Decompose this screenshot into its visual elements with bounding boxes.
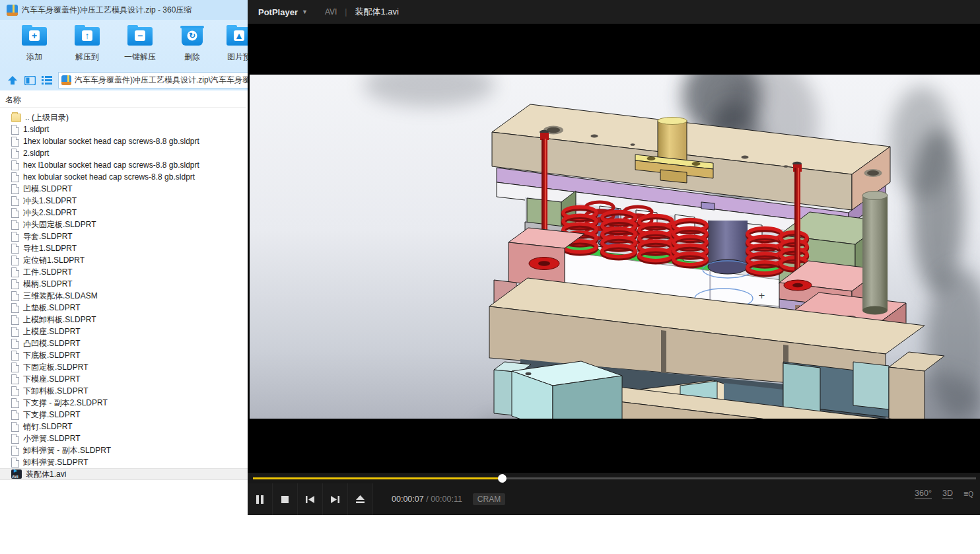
- list-view-button[interactable]: [38, 73, 55, 88]
- file-name: 定位销1.SLDPRT: [23, 255, 85, 266]
- file-name: 三维装配体.SLDASM: [23, 291, 98, 302]
- time-total: 00:00:11: [431, 495, 462, 504]
- add-button[interactable]: +添加: [11, 25, 58, 63]
- file-name: 下底板.SLDPRT: [23, 350, 80, 361]
- potplayer-titlebar[interactable]: PotPlayer ▼ AVI | 装配体1.avi: [248, 0, 980, 24]
- title-separator: |: [345, 7, 347, 17]
- list-header[interactable]: 名称: [0, 90, 246, 108]
- list-item-parent-dir[interactable]: .. (上级目录): [0, 112, 248, 123]
- right-controls: 360° 3D ≡Q: [915, 489, 973, 499]
- document-icon: [11, 149, 19, 158]
- file-name: 模柄.SLDPRT: [23, 279, 72, 290]
- address-input[interactable]: 汽车车身覆盖件)冲压工艺模具设计.zip\汽车车身覆: [58, 72, 248, 88]
- list-item[interactable]: 1hex lobular socket head cap screws-8.8 …: [0, 135, 248, 147]
- document-icon: [11, 398, 19, 408]
- seek-bar[interactable]: [248, 473, 980, 483]
- list-item[interactable]: 下底板.SLDPRT: [0, 349, 248, 361]
- list-item[interactable]: 凹模.SLDPRT: [0, 183, 248, 195]
- archive-titlebar[interactable]: 汽车车身覆盖件)冲压工艺模具设计.zip - 360压缩: [0, 0, 248, 20]
- file-name: 上模座.SLDPRT: [23, 326, 80, 337]
- image-preview-button[interactable]: ▲图片预: [215, 25, 248, 63]
- file-name: 小弹簧.SLDPRT: [23, 433, 80, 444]
- document-icon: [11, 315, 19, 325]
- document-icon: [11, 303, 19, 313]
- file-name: 凸凹模.SLDPRT: [23, 338, 80, 349]
- potplayer-window: PotPlayer ▼ AVI | 装配体1.avi: [248, 0, 980, 515]
- file-name: 冲头2.SLDPRT: [23, 207, 77, 219]
- list-item[interactable]: 导柱1.SLDPRT: [0, 242, 248, 254]
- document-icon: [11, 458, 19, 467]
- list-item[interactable]: hex l1obular socket head cap screws-8.8 …: [0, 159, 248, 171]
- list-item[interactable]: 导套.SLDPRT: [0, 230, 248, 242]
- document-icon: [11, 125, 19, 135]
- list-item[interactable]: 上模卸料板.SLDPRT: [0, 314, 248, 326]
- chevron-down-icon: ▼: [302, 9, 308, 15]
- time-separator: /: [426, 495, 428, 504]
- seek-knob[interactable]: [498, 474, 507, 483]
- list-item[interactable]: 下固定板.SLDPRT: [0, 361, 248, 373]
- list-item[interactable]: 上垫板.SLDPRT: [0, 302, 248, 314]
- list-item[interactable]: 三维装配体.SLDASM: [0, 290, 248, 302]
- up-level-button[interactable]: [4, 73, 21, 88]
- list-item[interactable]: 小弹簧.SLDPRT: [0, 433, 248, 444]
- extract-to-button[interactable]: ↑解压到: [63, 25, 111, 63]
- stereo-3d-button[interactable]: 3D: [942, 489, 953, 499]
- file-name: 卸料弹簧 - 副本.SLDPRT: [23, 445, 111, 456]
- document-icon: [11, 232, 19, 242]
- list-item[interactable]: 装配体1.avi: [0, 468, 248, 480]
- file-name: 1hex lobular socket head cap screws-8.8 …: [23, 137, 199, 146]
- list-item[interactable]: 上模座.SLDPRT: [0, 326, 248, 337]
- pause-button[interactable]: [248, 483, 273, 515]
- document-icon: [11, 160, 19, 170]
- document-icon: [11, 220, 19, 230]
- list-item[interactable]: 下支撑 - 副本2.SLDPRT: [0, 397, 248, 409]
- next-button[interactable]: [323, 483, 348, 515]
- file-name: hex lobular socket head cap screws-8.8 g…: [23, 172, 195, 182]
- rotate-360-button[interactable]: 360°: [915, 489, 932, 499]
- time-display: 00:00:07 / 00:00:11: [392, 495, 462, 504]
- delete-button[interactable]: ↻删除: [168, 25, 216, 63]
- list-item[interactable]: 2.sldprt: [0, 147, 248, 159]
- list-item[interactable]: 下模座.SLDPRT: [0, 373, 248, 385]
- one-click-extract-button[interactable]: −一键解压: [116, 25, 164, 63]
- document-icon: [11, 196, 19, 206]
- list-item[interactable]: 模柄.SLDPRT: [0, 278, 248, 290]
- file-name: 1.sldprt: [23, 125, 49, 134]
- list-item[interactable]: 下支撑.SLDPRT: [0, 409, 248, 421]
- video-area[interactable]: +: [250, 75, 980, 419]
- list-item[interactable]: 冲头2.SLDPRT: [0, 207, 248, 219]
- avi-file-icon: [11, 469, 22, 479]
- list-item[interactable]: 定位销1.SLDPRT: [0, 254, 248, 266]
- desktop: 汽车车身覆盖件)冲压工艺模具设计.zip - 360压缩 +添加↑解压到−一键解…: [0, 0, 980, 554]
- file-list: .. (上级目录)1.sldprt1hex lobular socket hea…: [0, 112, 248, 480]
- address-path: 汽车车身覆盖件)冲压工艺模具设计.zip\汽车车身覆: [75, 75, 248, 86]
- list-item[interactable]: 凸凹模.SLDPRT: [0, 337, 248, 349]
- zip-file-icon-small: [61, 75, 71, 85]
- previous-button[interactable]: [298, 483, 323, 515]
- list-item[interactable]: 卸料弹簧.SLDPRT: [0, 456, 248, 468]
- list-item[interactable]: 下卸料板.SLDPRT: [0, 385, 248, 397]
- one-click-extract-icon: −: [127, 25, 153, 46]
- document-icon: [11, 374, 19, 384]
- list-item[interactable]: 销钉.SLDPRT: [0, 421, 248, 433]
- list-item[interactable]: hex lobular socket head cap screws-8.8 g…: [0, 171, 248, 183]
- trash-icon: ↻: [179, 25, 205, 46]
- file-name: 导柱1.SLDPRT: [23, 243, 77, 254]
- folder-icon: [11, 114, 21, 122]
- list-item[interactable]: 卸料弹簧 - 副本.SLDPRT: [0, 444, 248, 456]
- image-preview-icon: ▲: [226, 25, 248, 46]
- file-name: 销钉.SLDPRT: [23, 421, 72, 433]
- list-item[interactable]: 冲头1.SLDPRT: [0, 195, 248, 207]
- potplayer-menu[interactable]: PotPlayer: [258, 7, 298, 17]
- list-item[interactable]: 工件.SLDPRT: [0, 266, 248, 278]
- view-pane-button[interactable]: [21, 73, 38, 88]
- eject-button[interactable]: [348, 483, 373, 515]
- name-column-header: 名称: [5, 94, 21, 106]
- file-name: 下支撑 - 副本2.SLDPRT: [23, 398, 108, 409]
- list-item[interactable]: 冲头固定板.SLDPRT: [0, 219, 248, 230]
- list-item[interactable]: 1.sldprt: [0, 123, 248, 135]
- playlist-search-icon[interactable]: ≡Q: [963, 489, 973, 499]
- file-name: 冲头固定板.SLDPRT: [23, 219, 96, 230]
- stop-button[interactable]: [273, 483, 298, 515]
- file-name: hex l1obular socket head cap screws-8.8 …: [23, 160, 199, 170]
